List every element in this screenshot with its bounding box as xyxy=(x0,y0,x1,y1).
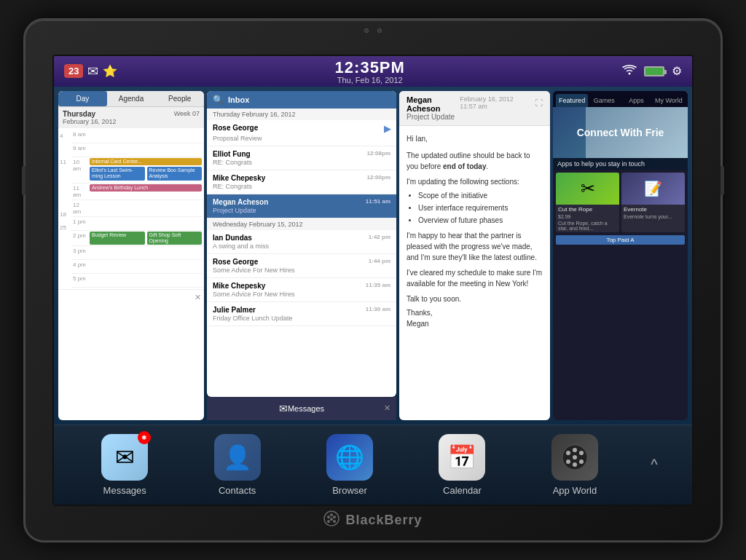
svg-point-5 xyxy=(566,460,570,464)
taskbar-item-messages[interactable]: ✉ ✱ Messages xyxy=(88,434,161,496)
aw-game-img-0: ✂ xyxy=(556,173,619,205)
email-expand-icon[interactable]: ⛶ xyxy=(535,98,543,107)
tablet-screen: 23 ✉ ⭐ 12:35PM Thu, Feb 16, 2012 xyxy=(52,55,694,506)
email-detail-sender-info: Megan Acheson Project Update xyxy=(407,95,460,121)
email-sender-5: Rose George 1:44 pm xyxy=(213,258,390,266)
settings-gear-icon[interactable]: ⚙ xyxy=(672,64,682,78)
camera-lens xyxy=(377,28,382,33)
cut-rope-icon: ✂ xyxy=(581,178,595,199)
star-icon: ⭐ xyxy=(103,64,117,78)
taskbar-chevron-button[interactable]: ^ xyxy=(651,457,657,473)
cal-event-birthday[interactable]: Andrew's Birthday Lunch xyxy=(90,184,202,192)
cal-event-budget[interactable]: Budget Review xyxy=(90,232,145,245)
tab-day[interactable]: Day xyxy=(58,91,107,106)
bb-grid-icon xyxy=(562,444,588,470)
cal-week-num-2: 11 xyxy=(58,157,70,184)
email-bullet-0: Scope of the initiative xyxy=(418,190,543,201)
email-detail-header: Megan Acheson Project Update February 16… xyxy=(399,91,550,126)
appworld-tabs: Featured Games Apps My World xyxy=(553,91,688,107)
aw-subtitle: Apps to help you stay in touch xyxy=(553,158,688,170)
cal-event-internal[interactable]: Internal Card Center... xyxy=(90,158,202,165)
email-item-3[interactable]: Megan Acheson 11:51 am Project Update xyxy=(207,194,396,218)
aw-game-img-1: 📝 xyxy=(621,173,685,205)
messages-close-button[interactable]: ✕ xyxy=(384,403,390,413)
email-status-icon: ✉ xyxy=(87,63,98,79)
tablet-device: 23 ✉ ⭐ 12:35PM Thu, Feb 16, 2012 xyxy=(23,18,723,543)
email-item-2[interactable]: Mike Chepesky 12:00pm RE: Congrats xyxy=(207,170,396,194)
email-subject-2: RE: Congrats xyxy=(213,183,390,190)
aw-game-0[interactable]: ✂ Cut the Rope $2.99 Cut the Rope, catch… xyxy=(556,173,619,232)
side-button-right[interactable] xyxy=(721,166,724,195)
clock-display: 12:35PM xyxy=(335,58,405,77)
aw-game-1[interactable]: 📝 Evernote Evernote turns your... xyxy=(621,173,685,232)
side-button-left[interactable] xyxy=(22,166,25,195)
calendar-close-button[interactable]: ✕ xyxy=(195,293,201,302)
camera-sensor xyxy=(364,28,369,33)
calendar-date-header: Thursday February 16, 2012 Week 07 xyxy=(58,107,204,128)
email-signature: Megan xyxy=(407,318,543,329)
messages-icon-glyph: ✉ xyxy=(115,443,135,471)
wifi-icon xyxy=(622,64,637,79)
taskbar-item-appworld[interactable]: App World xyxy=(538,434,611,496)
email-body-4: I've cleared my schedule to make sure I'… xyxy=(407,267,543,289)
email-item-1[interactable]: Elliot Fung 12:08pm RE: Congrats xyxy=(207,146,396,170)
aw-game-name-1: Evernote xyxy=(621,205,685,214)
cal-row-12pm: 12 am xyxy=(71,200,203,217)
blackberry-logo-icon xyxy=(323,510,339,530)
contacts-label: Contacts xyxy=(219,485,256,496)
email-body-1: The updated outline should be back to yo… xyxy=(407,150,543,172)
email-item-7[interactable]: Julie Palmer 11:30 am Friday Office Lunc… xyxy=(207,302,396,326)
taskbar-item-calendar[interactable]: 📅 Calendar xyxy=(425,434,498,496)
inbox-header: 🔍 Inbox xyxy=(207,91,396,109)
aw-tab-games[interactable]: Games xyxy=(588,94,620,107)
email-item-4[interactable]: Ian Dundas 1:42 pm A swing and a miss xyxy=(207,230,396,254)
calendar-panel: Day Agenda People Thursday February 16, … xyxy=(58,91,204,420)
email-detail-subject: Project Update xyxy=(407,113,460,121)
tab-people[interactable]: People xyxy=(155,91,204,106)
aw-game-desc-0: Cut the Rope, catch a star, and feed... xyxy=(556,221,619,232)
inbox-bottom-label: Messages xyxy=(288,404,324,413)
svg-point-12 xyxy=(327,520,330,523)
taskbar-item-contacts[interactable]: 👤 Contacts xyxy=(201,434,274,496)
date-display: Thu, Feb 16, 2012 xyxy=(335,76,405,84)
browser-icon: 🌐 xyxy=(326,434,373,481)
status-left: 23 ✉ ⭐ xyxy=(64,63,117,79)
calendar-icon: 📅 xyxy=(439,434,485,481)
tab-agenda[interactable]: Agenda xyxy=(107,91,156,106)
cal-week-label: Week 07 xyxy=(174,110,200,125)
cal-row-3pm: 3 pm xyxy=(71,246,203,260)
email-detail-panel: Megan Acheson Project Update February 16… xyxy=(399,91,550,420)
cal-event-review[interactable]: Review Boo Sample Analysis xyxy=(147,167,203,181)
cal-event-swim[interactable]: Elliot's Last Swim-ming Lesson xyxy=(90,167,145,181)
status-bar: 23 ✉ ⭐ 12:35PM Thu, Feb 16, 2012 xyxy=(54,56,692,87)
appworld-panel: Featured Games Apps My World Conn xyxy=(553,91,688,420)
email-section: 🔍 Inbox Thursday February 16, 2012 Rose … xyxy=(207,91,688,420)
svg-point-6 xyxy=(579,460,584,464)
cal-row-5pm: 5 pm xyxy=(71,274,203,288)
email-subject-1: RE: Congrats xyxy=(213,159,390,166)
aw-tab-myworld[interactable]: My World xyxy=(653,94,685,107)
inbox-panel-wrapper: 🔍 Inbox Thursday February 16, 2012 Rose … xyxy=(207,91,396,420)
messages-icon: ✉ ✱ xyxy=(101,434,148,481)
calendar-label: Calendar xyxy=(443,485,482,496)
aw-game-price-0: $2.99 xyxy=(556,214,619,221)
email-item-5[interactable]: Rose George 1:44 pm Some Advice For New … xyxy=(207,254,396,278)
svg-point-8 xyxy=(573,462,577,467)
aw-tab-featured[interactable]: Featured xyxy=(556,94,588,107)
email-item-6[interactable]: Mike Chepesky 11:35 am Some Advice For N… xyxy=(207,278,396,302)
email-body-3: I'm happy to hear that the partner is pl… xyxy=(407,230,543,263)
email-bullet-1: User interface requirements xyxy=(418,202,543,213)
inbox-date-1: Thursday February 16, 2012 xyxy=(207,109,396,120)
cal-week-num-1: 4 xyxy=(58,131,70,144)
blackberry-brand-name: BlackBerry xyxy=(345,513,422,528)
taskbar-item-browser[interactable]: 🌐 Browser xyxy=(313,434,386,496)
email-sender-2: Mike Chepesky 12:00pm xyxy=(213,174,390,182)
aw-tab-apps[interactable]: Apps xyxy=(621,94,653,107)
svg-point-4 xyxy=(579,451,584,455)
cal-event-gift[interactable]: Gift Shop Soft Opening xyxy=(147,232,203,245)
email-item-0[interactable]: Rose George ▶ Proposal Review xyxy=(207,120,396,146)
email-subject-5: Some Advice For New Hires xyxy=(213,267,390,274)
email-subject-3: Project Update xyxy=(213,207,390,214)
email-sender-4: Ian Dundas 1:42 pm xyxy=(213,234,390,242)
search-icon[interactable]: 🔍 xyxy=(213,95,224,105)
